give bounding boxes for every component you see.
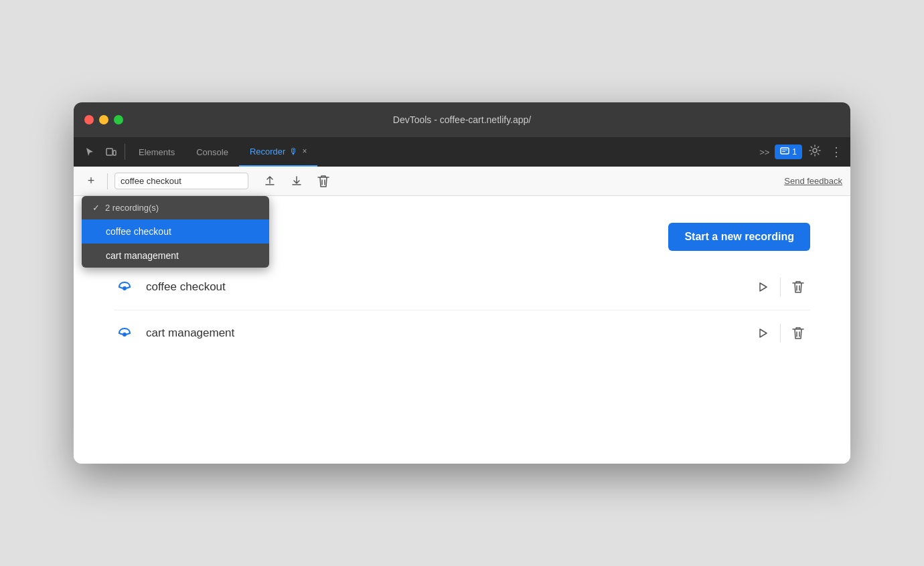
close-button[interactable] [84,115,94,124]
export-btn[interactable] [259,171,281,192]
tab-bar-divider [125,144,125,160]
delete-recording-btn[interactable] [313,171,334,192]
recording-list: coffee checkout [114,264,810,356]
dropdown-header: ✓ 2 recording(s) [82,196,269,219]
svg-rect-2 [781,148,789,154]
toolbar-actions [259,171,334,192]
maximize-button[interactable] [114,115,123,124]
toolbar-divider [107,173,108,189]
feedback-badge-btn[interactable]: 1 [775,145,802,159]
delete-btn-0[interactable] [786,275,810,299]
minimize-button[interactable] [99,115,108,124]
svg-point-5 [813,149,817,153]
tab-elements[interactable]: Elements [128,137,185,167]
tab-recorder[interactable]: Recorder 🎙 × [239,137,317,167]
send-feedback-link[interactable]: Send feedback [784,176,842,186]
svg-rect-1 [113,151,116,155]
title-bar: DevTools - coffee-cart.netlify.app/ [74,102,850,137]
recording-icon-0 [114,279,135,295]
traffic-lights [84,115,123,124]
rec-divider-0 [780,278,781,296]
dropdown-item-cart-management[interactable]: cart management [82,244,269,268]
more-options-btn[interactable]: ⋮ [828,145,845,159]
devtools-tabs: Elements Console Recorder 🎙 × [128,137,754,167]
device-toggle-btn[interactable] [100,141,122,163]
svg-point-12 [123,333,126,336]
start-new-recording-btn[interactable]: Start a new recording [668,223,810,251]
play-btn-1[interactable] [751,321,775,345]
svg-point-8 [123,287,126,290]
devtools-right-icons: 1 ⋮ [775,145,845,160]
recorder-icon: 🎙 [289,147,298,157]
svg-marker-13 [760,329,767,337]
cursor-icon-btn[interactable] [79,141,100,163]
window-title: DevTools - coffee-cart.netlify.app/ [393,114,531,125]
more-tabs-btn[interactable]: >> [754,147,775,157]
recording-icon-1 [114,325,135,341]
recording-name-0: coffee checkout [146,280,740,294]
delete-btn-1[interactable] [786,321,810,345]
recording-item: cart management [114,310,810,356]
recording-dropdown-menu: ✓ 2 recording(s) coffee checkout cart ma… [82,196,269,268]
settings-btn[interactable] [803,145,826,160]
add-recording-btn[interactable]: + [82,172,100,191]
dropdown-item-coffee-checkout[interactable]: coffee checkout [82,219,269,244]
svg-rect-0 [106,149,112,155]
recording-name-1: cart management [146,326,740,340]
recording-selector-dropdown[interactable]: coffee checkout [114,173,248,189]
check-icon: ✓ [92,203,100,213]
import-btn[interactable] [286,171,307,192]
feedback-icon [780,147,789,157]
rec-divider-1 [780,324,781,343]
play-btn-0[interactable] [751,275,775,299]
tab-close-btn[interactable]: × [302,147,307,156]
recorder-toolbar: + coffee checkout [74,167,850,196]
tab-console[interactable]: Console [185,137,239,167]
recording-actions-0 [751,275,810,299]
selected-recording-label: coffee checkout [121,176,181,186]
recording-item: coffee checkout [114,264,810,310]
svg-marker-9 [760,283,767,291]
recording-actions-1 [751,321,810,345]
devtools-bar: Elements Console Recorder 🎙 × >> 1 [74,137,850,167]
